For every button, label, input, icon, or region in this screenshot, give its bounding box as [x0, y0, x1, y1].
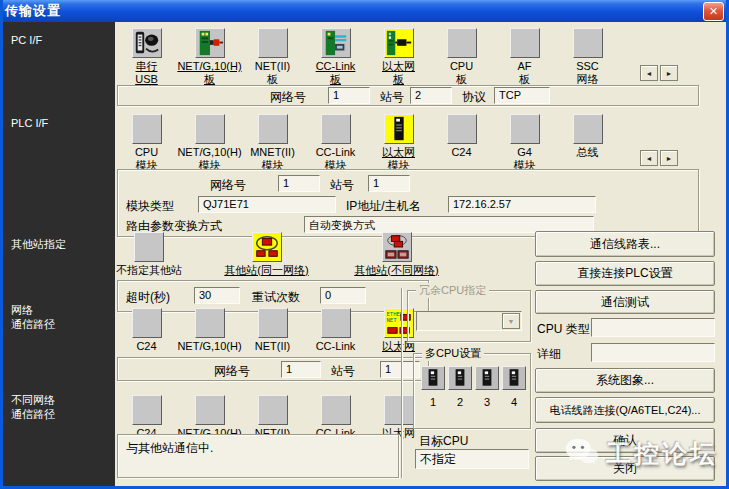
same-network-icon[interactable]: [252, 232, 282, 262]
plc-if-cpu-module[interactable]: CPU 模块: [115, 114, 178, 171]
blank-module-icon[interactable]: [384, 395, 414, 425]
protocol-label: 协议: [462, 89, 486, 106]
phone-line-connect-button[interactable]: 电话线路连接(Q/A6TEL,C24)...: [535, 397, 715, 423]
diff-network-row: C24 NET/G,10(H) NET(II) CC-Link 以太网: [115, 395, 430, 440]
network-number-field[interactable]: 1: [281, 361, 321, 378]
pc-if-net-g10h-board[interactable]: NET/G,10(H) 板: [178, 28, 241, 85]
pc-if-net2-board[interactable]: NET(II) 板: [241, 28, 304, 85]
route-c24[interactable]: C24: [115, 308, 178, 353]
pc-if-row: 串行 USB NET/G,10(H) 板 NET(II) 板 CC-Link 板: [115, 28, 619, 85]
pc-if-cclink-board[interactable]: CC-Link 板: [304, 28, 367, 85]
timeout-field[interactable]: 30: [194, 287, 240, 304]
blank-module-icon[interactable]: [195, 395, 225, 425]
blank-module-icon[interactable]: [321, 395, 351, 425]
detail-label: 详细: [537, 346, 561, 363]
blank-module-icon[interactable]: [258, 395, 288, 425]
divider: [401, 288, 403, 478]
plc-if-cclink-module[interactable]: CC-Link 模块: [304, 114, 367, 171]
target-cpu-field: 不指定: [415, 449, 529, 469]
other-station-diff-network[interactable]: 其他站(不同网络): [329, 232, 464, 277]
pc-if-cpu-board[interactable]: CPU 板: [430, 28, 493, 85]
diff-route-net2[interactable]: NET(II): [241, 395, 304, 440]
comm-test-button[interactable]: 通信测试: [535, 290, 715, 314]
cclink-board-icon[interactable]: [321, 28, 351, 58]
protocol-field[interactable]: TCP: [494, 87, 550, 104]
ethernet-board-icon[interactable]: [384, 28, 414, 58]
scroll-left-icon[interactable]: ◄: [640, 65, 658, 81]
blank-module-icon[interactable]: [132, 395, 162, 425]
close-button[interactable]: 关闭: [535, 456, 715, 481]
direct-plc-connect-button[interactable]: 直接连接PLC设置: [535, 261, 715, 286]
section-label-other-station: 其他站指定: [11, 238, 66, 252]
plc-if-c24[interactable]: C24: [430, 114, 493, 171]
diff-route-cclink[interactable]: CC-Link: [304, 395, 367, 440]
plc-if-row: CPU 模块 NET/G,10(H) 模块 MNET(II) 模块 CC-Lin…: [115, 114, 619, 171]
blank-module-icon[interactable]: [258, 308, 288, 338]
route-cclink[interactable]: CC-Link: [304, 308, 367, 353]
plc-if-ethernet-module[interactable]: 以太网 模块: [367, 114, 430, 171]
ip-host-label: IP地址/主机名: [346, 198, 421, 215]
blank-module-icon[interactable]: [132, 308, 162, 338]
module-type-label: 模块类型: [126, 198, 174, 215]
blank-module-icon[interactable]: [510, 114, 540, 144]
plc-if-mnet2-module[interactable]: MNET(II) 模块: [241, 114, 304, 171]
blank-module-icon[interactable]: [195, 114, 225, 144]
blank-module-icon[interactable]: [258, 114, 288, 144]
ip-host-field[interactable]: 172.16.2.57: [448, 196, 596, 213]
station-number-field[interactable]: 1: [368, 175, 410, 192]
dialog-body: PC I/F PLC I/F 其他站指定 网络 通信路径 不同网络 通信路径 串…: [3, 22, 726, 486]
scroll-right-icon[interactable]: ►: [660, 150, 678, 166]
blank-module-icon[interactable]: [321, 308, 351, 338]
diff-route-c24[interactable]: C24: [115, 395, 178, 440]
pc-if-ssc-network[interactable]: SSC 网络: [556, 28, 619, 85]
pc-if-ethernet-board[interactable]: 以太网 板: [367, 28, 430, 85]
blank-module-icon[interactable]: [321, 114, 351, 144]
serial-usb-icon[interactable]: [132, 28, 162, 58]
cpu-1-icon[interactable]: [421, 366, 445, 390]
plc-if-g4-module[interactable]: G4 模块: [493, 114, 556, 171]
cpu-2-icon[interactable]: [448, 366, 472, 390]
plc-if-bus[interactable]: 总线: [556, 114, 619, 171]
other-station-none[interactable]: 不指定其他站: [103, 232, 195, 277]
cpu-type-field: [591, 318, 715, 337]
route-net2[interactable]: NET(II): [241, 308, 304, 353]
network-number-field[interactable]: 1: [278, 175, 320, 192]
cpu-3-icon[interactable]: [475, 366, 499, 390]
pc-if-serial-usb[interactable]: 串行 USB: [115, 28, 178, 85]
network-number-field[interactable]: 1: [328, 87, 370, 104]
other-station-same-network[interactable]: 其他站(同一网络): [209, 232, 324, 277]
ethernet-module-icon[interactable]: [384, 114, 414, 144]
diff-network-icon[interactable]: [382, 232, 412, 262]
multi-cpu-label: 多CPU设置: [422, 346, 484, 361]
blank-board-icon[interactable]: [510, 28, 540, 58]
blank-module-icon[interactable]: [195, 308, 225, 338]
blank-module-icon[interactable]: [447, 114, 477, 144]
chevron-down-icon[interactable]: ▼: [502, 313, 520, 329]
plc-if-net-g10h-module[interactable]: NET/G,10(H) 模块: [178, 114, 241, 171]
multi-cpu-icons: [421, 366, 526, 390]
route-net-g10h[interactable]: NET/G,10(H): [178, 308, 241, 353]
diff-route-net-g10h[interactable]: NET/G,10(H): [178, 395, 241, 440]
blank-board-icon[interactable]: [573, 28, 603, 58]
ok-button[interactable]: 确认: [535, 428, 715, 453]
station-number-field[interactable]: 2: [410, 87, 452, 104]
scroll-left-icon[interactable]: ◄: [640, 150, 658, 166]
net-board-icon[interactable]: [195, 28, 225, 58]
redundant-cpu-dropdown[interactable]: ▼: [416, 311, 522, 331]
blank-module-icon[interactable]: [573, 114, 603, 144]
title-bar[interactable]: 传输设置 ✕: [0, 0, 729, 22]
cpu-4-icon[interactable]: [502, 366, 526, 390]
comm-line-table-button[interactable]: 通信线路表...: [535, 231, 715, 257]
pc-if-af-board[interactable]: AF 板: [493, 28, 556, 85]
station-number-label: 站号: [331, 363, 355, 380]
redundant-cpu-group: 冗余CPU指定 ▼: [407, 290, 531, 342]
blank-board-icon[interactable]: [258, 28, 288, 58]
blank-board-icon[interactable]: [447, 28, 477, 58]
detail-field: [591, 343, 715, 362]
scroll-right-icon[interactable]: ►: [660, 65, 678, 81]
system-image-button[interactable]: 系统图象...: [535, 368, 715, 393]
no-other-station-icon[interactable]: [134, 232, 164, 262]
close-icon[interactable]: ✕: [703, 2, 724, 21]
retry-count-field[interactable]: 0: [320, 287, 366, 304]
blank-module-icon[interactable]: [132, 114, 162, 144]
